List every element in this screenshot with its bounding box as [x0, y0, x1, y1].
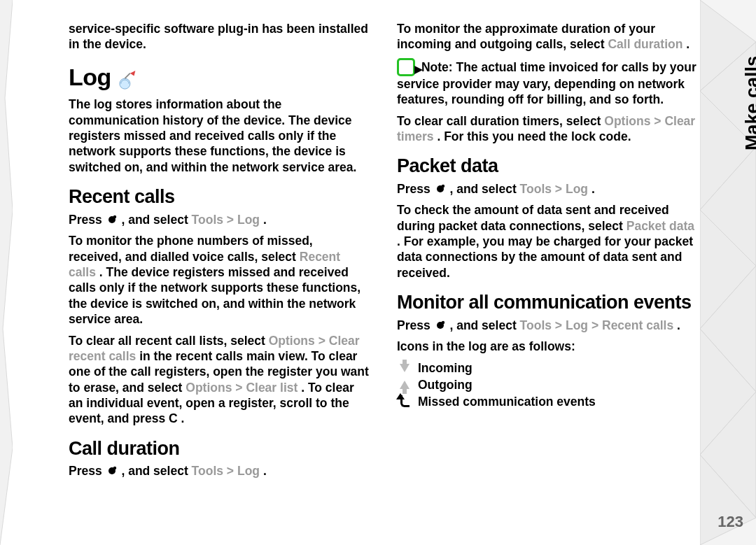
- note-block: Note: The actual time invoiced for calls…: [397, 58, 697, 108]
- txt: , and select: [121, 464, 191, 478]
- incoming-icon: [397, 360, 412, 376]
- path-tools: Tools: [520, 182, 552, 196]
- path-gt: >: [555, 318, 566, 332]
- heading-log-text: Log: [69, 62, 111, 93]
- heading-recent-calls: Recent calls: [69, 185, 369, 209]
- txt: Press: [397, 182, 434, 196]
- txt: .: [677, 318, 680, 332]
- pd-press-line: Press , and select Tools > Log .: [397, 181, 697, 197]
- txt: , and select: [121, 213, 191, 227]
- path-log: Log: [566, 318, 588, 332]
- path-gt: >: [592, 318, 602, 332]
- txt: Press: [69, 213, 106, 227]
- missed-icon: [397, 395, 412, 410]
- txt: .: [263, 464, 267, 478]
- page-body: service-specific software plug-in has be…: [0, 0, 697, 545]
- ui-label: Options: [269, 334, 315, 348]
- pd-body: To check the amount of data sent and rec…: [397, 202, 697, 281]
- cd-monitor-paragraph: To monitor the approximate duration of y…: [397, 21, 697, 52]
- recent-paragraph-1: To monitor the phone numbers of missed, …: [69, 233, 369, 327]
- txt: .: [686, 37, 690, 51]
- path-log: Log: [566, 182, 588, 196]
- intro-fragment: service-specific software plug-in has be…: [69, 21, 369, 52]
- path-gt: >: [555, 182, 566, 196]
- recent-press-line: Press , and select Tools > Log .: [69, 212, 369, 227]
- txt: , and select: [449, 182, 519, 196]
- txt: .: [592, 182, 595, 196]
- page-number: 123: [718, 513, 743, 531]
- column-left: service-specific software plug-in has be…: [69, 21, 369, 525]
- txt: To monitor the phone numbers of missed, …: [69, 234, 313, 263]
- txt: .: [181, 411, 185, 425]
- note-icon: [397, 58, 415, 76]
- ui-label: Clear list: [246, 381, 298, 395]
- txt: To clear call duration timers, select: [397, 114, 604, 128]
- svg-point-7: [441, 185, 444, 187]
- heading-packet-data: Packet data: [397, 154, 697, 178]
- menu-key-icon: [106, 213, 118, 226]
- path-gt: >: [227, 213, 237, 227]
- txt: Press: [397, 318, 434, 332]
- clear-timers-paragraph: To clear call duration timers, select Op…: [397, 113, 697, 145]
- list-item: Incoming: [397, 360, 697, 376]
- ui-label: Options: [604, 114, 650, 128]
- log-icon: [118, 67, 139, 88]
- svg-point-5: [113, 467, 115, 469]
- ui-label: Call duration: [608, 37, 682, 51]
- path-gt: >: [235, 381, 246, 395]
- txt: .: [263, 213, 267, 227]
- path-tools: Tools: [192, 464, 223, 478]
- list-label: Missed communication events: [418, 394, 596, 409]
- list-label: Incoming: [418, 360, 472, 376]
- side-tab: Make calls 123: [700, 0, 756, 545]
- list-label: Outgoing: [418, 377, 472, 392]
- txt: . For this you need the lock code.: [437, 129, 631, 143]
- svg-point-3: [113, 215, 115, 218]
- note-label: Note:: [421, 60, 453, 74]
- section-tab-label: Make calls: [742, 56, 756, 150]
- path-gt: >: [654, 114, 664, 128]
- list-item: Outgoing: [397, 377, 697, 392]
- menu-key-icon: [434, 183, 447, 195]
- icons-intro: Icons in the log are as follows:: [397, 339, 697, 354]
- txt: To clear all recent call lists, select: [69, 334, 269, 348]
- ui-label: Options: [186, 381, 232, 395]
- path-gt: >: [227, 464, 237, 478]
- path-gt: >: [318, 334, 329, 348]
- heading-log: Log: [69, 62, 369, 93]
- path-log: Log: [237, 464, 260, 478]
- path-tools: Tools: [520, 318, 552, 332]
- txt: , and select: [449, 318, 519, 332]
- recent-paragraph-2: To clear all recent call lists, select O…: [69, 333, 369, 427]
- outgoing-icon: [397, 377, 412, 392]
- path-recent: Recent calls: [602, 318, 673, 332]
- path-log: Log: [237, 213, 260, 227]
- mon-press-line: Press , and select Tools > Log > Recent …: [397, 318, 697, 333]
- txt: . The device registers missed and receiv…: [69, 265, 360, 326]
- txt: Press: [69, 464, 106, 478]
- cd-press-line: Press , and select Tools > Log .: [69, 463, 369, 479]
- txt: . For example, you may be charged for yo…: [397, 234, 693, 280]
- svg-point-9: [441, 321, 444, 324]
- ui-label: Packet data: [626, 219, 694, 233]
- menu-key-icon: [106, 465, 118, 477]
- log-description: The log stores information about the com…: [69, 97, 369, 175]
- heading-call-duration: Call duration: [69, 437, 369, 461]
- path-tools: Tools: [192, 213, 223, 227]
- menu-key-icon: [434, 319, 447, 332]
- column-right: To monitor the approximate duration of y…: [397, 21, 697, 525]
- list-item: Missed communication events: [397, 394, 697, 409]
- heading-monitor-events: Monitor all communication events: [397, 290, 697, 315]
- key-c: C: [169, 411, 178, 425]
